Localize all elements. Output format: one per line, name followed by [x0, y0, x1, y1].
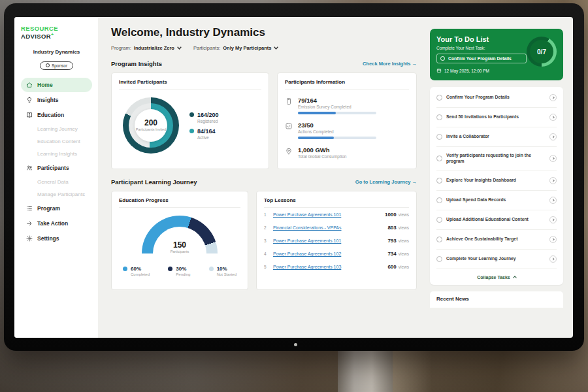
sidebar-item-general-data[interactable]: General Data: [21, 176, 92, 188]
task-row[interactable]: Verify participants requesting to join t…: [436, 147, 557, 171]
task-checkbox[interactable]: [436, 178, 442, 184]
sidebar-item-program[interactable]: Program: [21, 201, 92, 216]
sidebar-item-participants[interactable]: Participants: [21, 161, 92, 175]
chevron-right-icon[interactable]: [549, 216, 557, 223]
go-to-learning-journey-link[interactable]: Go to Learning Journey →: [355, 179, 417, 185]
todo-task-list: Confirm Your Program Details Send 50 Inv…: [430, 87, 563, 285]
task-checkbox[interactable]: [436, 237, 442, 242]
lesson-link[interactable]: Power Purchase Agreements 101: [273, 212, 378, 217]
legend-dot-registered: [189, 112, 194, 117]
sidebar-item-education[interactable]: Education: [21, 108, 92, 122]
lesson-views: 803: [387, 225, 396, 231]
chevron-right-icon[interactable]: [549, 155, 557, 162]
legend-dot-active: [189, 129, 194, 133]
task-checkbox[interactable]: [436, 114, 442, 120]
participants-filter-value[interactable]: Only My Participants: [223, 45, 271, 51]
sidebar-item-take-action[interactable]: Take Action: [21, 216, 92, 231]
sidebar-item-learning-journey[interactable]: Learning Journey: [21, 123, 92, 135]
page-title: Welcome, Industry Dynamics: [111, 26, 417, 39]
sidebar-item-learning-insights[interactable]: Learning Insights: [21, 148, 92, 160]
next-task-label: Confirm Your Program Details: [448, 56, 512, 61]
participants-information-card: Participants Information 79/164 Emission…: [277, 73, 417, 169]
donut-center-value: 200: [135, 118, 167, 127]
lesson-link[interactable]: Power Purchase Agreements 101: [273, 238, 381, 243]
program-insights-header: Program Insights Check More Insights →: [111, 60, 417, 67]
brand-primary: RESOURCE: [21, 25, 58, 32]
list-icon: [26, 205, 33, 212]
program-filter[interactable]: Program: Industrialize Zero: [111, 45, 182, 51]
window-light: [393, 350, 432, 392]
stat-label: Total Global Consumption: [298, 154, 346, 159]
task-row[interactable]: Complete Your Learning Journey: [436, 250, 557, 269]
task-label: Achieve One Sustainability Target: [446, 237, 546, 242]
book-icon: [26, 112, 33, 118]
lesson-views-label: views: [399, 212, 409, 217]
collapse-tasks-button[interactable]: Collapse Tasks: [436, 269, 557, 282]
sidebar-item-home[interactable]: Home: [21, 78, 92, 92]
task-row[interactable]: Upload Spend Data Records: [436, 191, 557, 210]
background-photo: RESOURCE ADVISOR+ Industry Dynamics Spon…: [0, 0, 588, 392]
card-title: Education Progress: [119, 197, 240, 208]
legend-dot-not-started: [209, 267, 214, 271]
task-checkbox[interactable]: [436, 95, 442, 101]
lesson-rank: 4: [264, 252, 269, 256]
task-checkbox[interactable]: [436, 256, 442, 262]
sidebar-item-education-content[interactable]: Education Content: [21, 135, 92, 148]
sidebar-item-insights[interactable]: Insights: [21, 93, 92, 107]
legend-label: Active: [197, 135, 219, 140]
stat-value: 79/164: [298, 97, 376, 104]
legend-item: 60% Completed: [123, 266, 150, 276]
education-progress-card: Education Progress 150 Participants: [111, 191, 248, 290]
chevron-right-icon[interactable]: [549, 236, 557, 243]
task-row[interactable]: Confirm Your Program Details: [436, 88, 557, 108]
sidebar-item-label: Home: [37, 82, 53, 88]
sidebar-item-label: Participants: [37, 165, 69, 171]
chevron-right-icon[interactable]: [549, 133, 557, 140]
legend-label: Completed: [131, 272, 150, 276]
task-checkbox[interactable]: [436, 155, 442, 161]
top-lessons-card: Top Lessons 1 Power Purchase Agreements …: [256, 191, 417, 290]
due-date-label: 12 May 2025, 12:00 PM: [444, 69, 489, 73]
task-row[interactable]: Upload Additional Educational Content: [436, 210, 557, 230]
stat-row: 1,000 GWh Total Global Consumption: [285, 146, 409, 159]
lesson-views-label: views: [399, 225, 409, 230]
main-content: Welcome, Industry Dynamics Program: Indu…: [98, 17, 425, 338]
card-title: Top Lessons: [264, 197, 409, 208]
task-checkbox[interactable]: [436, 134, 442, 140]
task-row[interactable]: Send 50 Invitations to Participants: [436, 108, 557, 127]
lesson-views: 600: [387, 264, 396, 270]
lesson-link[interactable]: Power Purchase Agreements 102: [273, 252, 381, 256]
link-label: Check More Insights: [363, 61, 410, 67]
donut-center-label: Participants Invited: [135, 127, 167, 132]
stat-label: Actions Completed: [298, 129, 376, 134]
task-row[interactable]: Invite a Collaborator: [436, 127, 557, 147]
chevron-right-icon[interactable]: [549, 255, 557, 263]
check-more-insights-link[interactable]: Check More Insights →: [363, 61, 417, 67]
sidebar-item-label: Education: [37, 112, 64, 118]
chevron-down-icon[interactable]: [177, 46, 182, 50]
lesson-link[interactable]: Financial Considerations - VPPAs: [273, 225, 381, 230]
task-checkbox[interactable]: [436, 217, 442, 223]
chevron-right-icon[interactable]: [549, 94, 557, 101]
participants-filter[interactable]: Participants: Only My Participants: [193, 45, 278, 51]
next-task-button[interactable]: Confirm Your Program Details: [436, 54, 527, 63]
recent-news-header[interactable]: Recent News: [430, 291, 563, 308]
task-row[interactable]: Achieve One Sustainability Target: [436, 230, 557, 250]
lesson-link[interactable]: Power Purchase Agreements 103: [273, 265, 381, 269]
chevron-down-icon[interactable]: [274, 46, 278, 50]
program-filter-value[interactable]: Industrialize Zero: [134, 45, 174, 51]
progress-bar: [298, 112, 376, 114]
gauge-legend: 60% Completed 30% Pending 10% Not Starte…: [123, 261, 237, 281]
task-checkbox[interactable]: [436, 197, 442, 203]
home-icon: [26, 82, 33, 88]
task-row[interactable]: Explore Your Insights Dashboard: [436, 171, 557, 191]
link-label: Go to Learning Journey: [355, 179, 411, 185]
sidebar-item-manage-participants[interactable]: Manage Participants: [21, 188, 92, 201]
chevron-right-icon[interactable]: [549, 177, 557, 184]
sidebar-item-settings[interactable]: Settings: [21, 231, 92, 246]
legend-dot-completed: [123, 267, 127, 271]
chevron-right-icon[interactable]: [549, 197, 557, 204]
task-label: Upload Spend Data Records: [446, 197, 546, 203]
participants-filter-label: Participants:: [193, 45, 220, 51]
chevron-right-icon[interactable]: [549, 114, 557, 121]
